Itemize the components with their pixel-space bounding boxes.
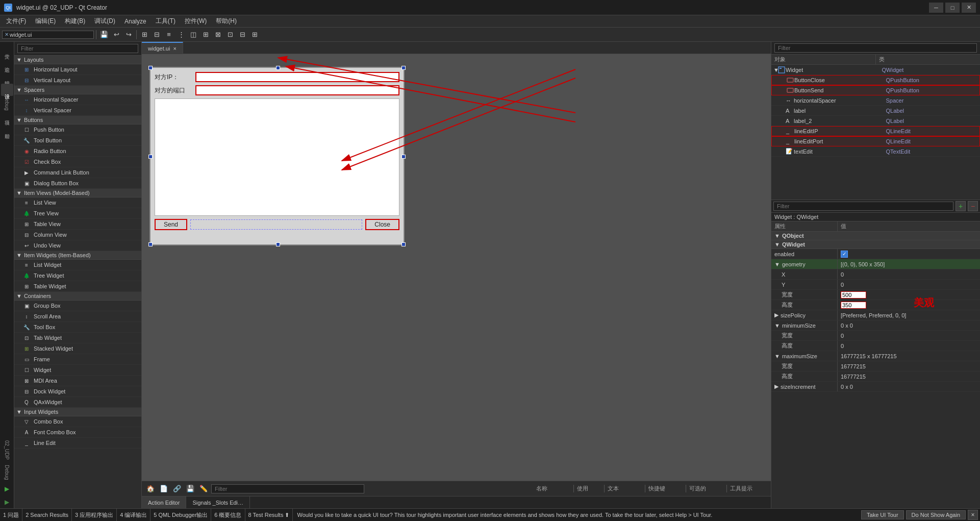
sidebar-icon-project[interactable]: 项目 [1, 110, 13, 122]
canvas-toolbar-btn-5[interactable]: ✏️ [198, 483, 209, 494]
handle-bc[interactable] [276, 242, 280, 246]
prop-value-y[interactable]: 0 [838, 280, 980, 289]
widget-table-widget[interactable]: ⊞ Table Widget [14, 281, 141, 292]
canvas-toolbar-btn-4[interactable]: 💾 [185, 483, 196, 494]
canvas-filter-input[interactable] [211, 484, 364, 493]
widget-mdi-area[interactable]: ⊠ MDI Area [14, 376, 141, 386]
height-input[interactable] [841, 302, 866, 309]
category-layouts[interactable]: ▼ Layouts [14, 56, 141, 64]
expand-sizeinc[interactable]: ▶ [774, 383, 778, 390]
widget-list-view[interactable]: ≡ List View [14, 197, 141, 208]
toolbar-btn-9[interactable]: ⊟ [237, 29, 248, 40]
sidebar-icon-edit[interactable]: 编辑 [1, 70, 13, 83]
no-show-again-button[interactable]: Do Not Show Again [906, 510, 966, 519]
widget-dialog-button-box[interactable]: ▣ Dialog Button Box [14, 178, 141, 189]
toolbar-undo-btn[interactable]: ↩ [111, 29, 122, 40]
prop-name-minsize[interactable]: ▼ minimumSize [771, 320, 838, 330]
canvas-toolbar-btn-2[interactable]: 📄 [158, 483, 169, 494]
run-button[interactable]: ▶ [1, 483, 13, 495]
signals-slots-tab[interactable]: Signals _Slots Edi… [186, 497, 250, 509]
menu-debug[interactable]: 调试(D) [90, 16, 119, 27]
canvas-toolbar-btn-1[interactable]: 🏠 [145, 483, 156, 494]
widget-vertical-layout[interactable]: ⊟ Vertical Layout [14, 75, 141, 86]
category-buttons[interactable]: ▼ Buttons [14, 116, 141, 125]
widget-check-box[interactable]: ☑ Check Box [14, 157, 141, 167]
section-qwidget[interactable]: ▼ QWidget [771, 240, 980, 249]
toolbar-btn-7[interactable]: ⊠ [212, 29, 223, 40]
build-run-button[interactable]: ▶ [1, 496, 13, 508]
widget-tool-button[interactable]: 🔧 Tool Button [14, 135, 141, 146]
widget-vertical-spacer[interactable]: ↕ Vertical Spacer [14, 105, 141, 116]
widget-font-combo-box[interactable]: A Font Combo Box [14, 427, 141, 438]
text-edit-area[interactable] [155, 98, 399, 216]
file-tab-close[interactable]: × [173, 45, 176, 52]
widget-horizontal-layout[interactable]: ⊞ Horizontal Layout [14, 64, 141, 75]
close-button[interactable]: ✕ [962, 3, 976, 13]
toolbar-btn-3[interactable]: ≡ [163, 29, 174, 40]
prop-value-minwidth[interactable]: 0 [838, 331, 980, 340]
prop-value-maxheight[interactable]: 16777215 [838, 371, 980, 381]
widget-qax-widget[interactable]: Q QAxWidget [14, 397, 141, 408]
sidebar-icon-design[interactable]: 设计 [1, 84, 13, 96]
expand-minsize[interactable]: ▼ [774, 322, 780, 329]
widget-dock-widget[interactable]: ⊟ Dock Widget [14, 386, 141, 397]
toolbar-btn-2[interactable]: ⊟ [151, 29, 162, 40]
sidebar-icon-welcome[interactable]: 欢迎 [1, 57, 13, 69]
widget-tab-widget[interactable]: ⊡ Tab Widget [14, 333, 141, 343]
widget-radio-button[interactable]: ◉ Radio Button [14, 146, 141, 157]
prop-value-height[interactable] [838, 300, 980, 310]
expand-geometry[interactable]: ▼ [774, 261, 780, 267]
widget-stacked-widget[interactable]: ⊞ Stacked Widget [14, 343, 141, 354]
widget-column-view[interactable]: ⊟ Column View [14, 230, 141, 240]
minimize-button[interactable]: ─ [929, 3, 943, 13]
port-input[interactable] [195, 85, 399, 95]
handle-br[interactable] [401, 242, 406, 246]
status-tab-6[interactable]: 6 概要信息 [211, 509, 245, 522]
expand-sizepolicy[interactable]: ▶ [774, 312, 778, 318]
status-tab-3[interactable]: 3 应用程序输出 [72, 509, 117, 522]
action-editor-tab[interactable]: Action Editor [142, 497, 186, 509]
toolbar-btn-6[interactable]: ⊞ [200, 29, 211, 40]
menu-analyze[interactable]: Analyze [120, 17, 150, 26]
widget-group-box[interactable]: ▣ Group Box [14, 301, 141, 311]
send-button[interactable]: Send [155, 219, 187, 230]
toolbar-btn-1[interactable]: ⊞ [139, 29, 150, 40]
take-tour-button[interactable]: Take UI Tour [861, 510, 904, 519]
width-input[interactable] [841, 291, 866, 299]
object-filter-input[interactable] [774, 43, 977, 53]
widget-scroll-area[interactable]: ↕ Scroll Area [14, 311, 141, 322]
category-item-views[interactable]: ▼ Item Views (Model-Based) [14, 189, 141, 197]
widget-frame[interactable]: ▭ Frame [14, 354, 141, 365]
toolbar-redo-btn[interactable]: ↪ [123, 29, 134, 40]
prop-remove-btn[interactable]: − [968, 201, 978, 211]
menu-tools[interactable]: 工具(T) [152, 16, 180, 27]
widget-table-view[interactable]: ⊞ Table View [14, 219, 141, 230]
sidebar-icon-file[interactable]: 文件 [1, 44, 13, 56]
widget-widget[interactable]: ☐ Widget [14, 365, 141, 376]
canvas-toolbar-btn-3[interactable]: 🔗 [171, 483, 183, 494]
prop-name-sizepolicy[interactable]: ▶ sizePolicy [771, 310, 838, 320]
handle-ml[interactable] [148, 155, 153, 159]
menu-help[interactable]: 帮助(H) [212, 16, 241, 27]
handle-tl[interactable] [148, 66, 153, 70]
category-spacers[interactable]: ▼ Spacers [14, 86, 141, 94]
obj-row-buttonclose[interactable]: ButtonClose QPushButton [771, 75, 980, 85]
category-input-widgets[interactable]: ▼ Input Widgets [14, 408, 141, 416]
toolbar-btn-4[interactable]: ⋮ [175, 29, 187, 40]
prop-value-enabled[interactable]: ✓ [838, 249, 980, 259]
widget-list-widget[interactable]: ≡ List Widget [14, 260, 141, 270]
sidebar-icon-debug[interactable]: Debug [1, 97, 13, 109]
obj-row-lineeditip[interactable]: _ lineEditIP QLineEdit [771, 126, 980, 136]
close-button[interactable]: Close [365, 219, 399, 230]
obj-row-buttonsend[interactable]: ButtonSend QPushButton [771, 85, 980, 95]
obj-row-label[interactable]: A label QLabel [771, 106, 980, 116]
prop-name-geometry[interactable]: ▼ geometry [771, 259, 838, 269]
prop-value-maxwidth[interactable]: 16777215 [838, 361, 980, 371]
status-tab-5[interactable]: 5 QML Debugger输出 [150, 509, 211, 522]
section-qobject[interactable]: ▼ QObject [771, 232, 980, 240]
widget-line-edit[interactable]: _ Line Edit [14, 438, 141, 449]
title-bar-controls[interactable]: ─ □ ✕ [929, 3, 976, 13]
widget-undo-view[interactable]: ↩ Undo View [14, 240, 141, 251]
handle-tc[interactable] [276, 66, 280, 70]
prop-value-width[interactable] [838, 290, 980, 300]
